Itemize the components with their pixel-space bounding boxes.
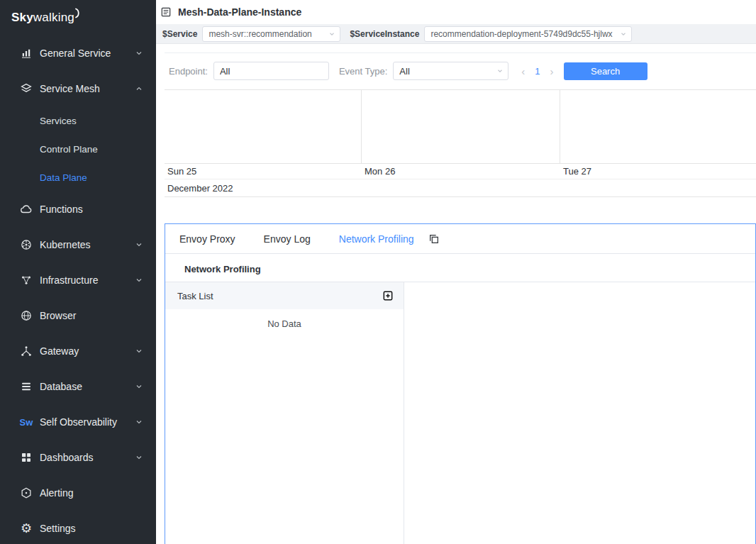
tab-envoy-proxy[interactable]: Envoy Proxy bbox=[165, 224, 250, 253]
service-instance-select[interactable]: recommendation-deployment-5749d9dc55-hjl… bbox=[424, 26, 632, 42]
sidebar-item-service-mesh[interactable]: Service Mesh bbox=[0, 71, 156, 106]
chevron-down-icon bbox=[135, 453, 143, 462]
sidebar-item-general-service[interactable]: General Service bbox=[0, 35, 156, 71]
sidebar-item-self-observability[interactable]: Sw Self Observability bbox=[0, 404, 156, 440]
sidebar-item-label: Infrastructure bbox=[40, 274, 135, 286]
list-bars-icon bbox=[20, 380, 33, 393]
endpoint-label: Endpoint: bbox=[169, 66, 208, 77]
day-label: Mon 26 bbox=[362, 166, 560, 177]
kubernetes-wheel-icon bbox=[20, 238, 33, 251]
sub-item-label: Services bbox=[40, 116, 77, 126]
sidebar-item-label: Alerting bbox=[40, 487, 143, 499]
no-data-message: No Data bbox=[165, 318, 404, 329]
sidebar-item-services[interactable]: Services bbox=[0, 106, 156, 135]
sidebar-item-data-plane[interactable]: Data Plane bbox=[0, 163, 156, 191]
sidebar-item-label: Settings bbox=[40, 523, 143, 534]
events-widget: Endpoint: Event Type: All ‹ 1 › Search bbox=[165, 52, 756, 197]
pagination: ‹ 1 › bbox=[521, 65, 553, 77]
sidebar-item-label: Self Observability bbox=[40, 416, 135, 428]
section-title: Network Profiling bbox=[165, 254, 755, 282]
endpoint-input[interactable] bbox=[213, 62, 329, 80]
day-label: Sun 25 bbox=[165, 166, 362, 177]
sidebar-item-label: Service Mesh bbox=[40, 83, 135, 94]
sidebar-item-label: Browser bbox=[40, 310, 143, 321]
timeline-month-label: December 2022 bbox=[165, 179, 756, 197]
sidebar-item-alerting[interactable]: Alerting bbox=[0, 475, 156, 511]
instance-select-value: recommendation-deployment-5749d9dc55-hjl… bbox=[430, 29, 612, 39]
sidebar-nav: General Service Service Mesh Services Co… bbox=[0, 35, 156, 544]
tab-envoy-log[interactable]: Envoy Log bbox=[250, 224, 325, 253]
chevron-down-icon bbox=[135, 347, 143, 355]
chevron-up-icon bbox=[135, 84, 143, 93]
sidebar-item-functions[interactable]: Functions bbox=[0, 191, 156, 227]
sidebar-item-browser[interactable]: Browser bbox=[0, 298, 156, 333]
timeline-day-labels: Sun 25 Mon 26 Tue 27 bbox=[165, 164, 756, 179]
next-page-icon[interactable]: › bbox=[550, 65, 554, 77]
page-number[interactable]: 1 bbox=[535, 66, 540, 77]
sidebar-item-label: General Service bbox=[40, 48, 135, 59]
timeline-grid bbox=[165, 89, 756, 164]
filter-bar: $Service mesh-svr::recommendation $Servi… bbox=[156, 24, 756, 44]
logo-text-secondary: walking bbox=[33, 11, 74, 25]
app-logo[interactable]: Skywalking bbox=[0, 0, 156, 35]
sidebar-item-label: Functions bbox=[40, 204, 143, 215]
logo-swoosh-icon bbox=[75, 8, 82, 22]
hexagon-icon bbox=[20, 487, 33, 499]
tab-bar: Envoy Proxy Envoy Log Network Profiling bbox=[165, 224, 755, 254]
chevron-down-icon bbox=[135, 382, 143, 391]
event-type-label: Event Type: bbox=[339, 66, 387, 77]
timeline-day-cell[interactable] bbox=[165, 90, 362, 163]
globe-icon bbox=[20, 309, 33, 322]
copy-icon[interactable] bbox=[428, 233, 440, 245]
tab-network-profiling[interactable]: Network Profiling bbox=[325, 224, 428, 253]
gateway-icon bbox=[20, 345, 33, 357]
chevron-down-icon bbox=[135, 276, 143, 284]
service-select-value: mesh-svr::recommendation bbox=[209, 29, 311, 39]
task-list-header: Task List bbox=[165, 282, 404, 309]
sidebar-item-dashboards[interactable]: Dashboards bbox=[0, 440, 156, 475]
cloud-icon bbox=[20, 203, 33, 216]
sidebar-item-label: Database bbox=[40, 381, 135, 392]
bar-chart-icon bbox=[20, 47, 33, 60]
sidebar-item-infrastructure[interactable]: Infrastructure bbox=[0, 262, 156, 298]
logo-text-primary: Sky bbox=[11, 11, 33, 25]
service-select[interactable]: mesh-svr::recommendation bbox=[202, 26, 340, 42]
service-filter-label: $Service bbox=[162, 29, 197, 39]
gear-icon: ⚙ bbox=[20, 522, 33, 535]
chevron-down-icon bbox=[328, 30, 335, 38]
instance-filter-label: $ServiceInstance bbox=[350, 29, 419, 39]
profiling-split: Task List No Data bbox=[165, 282, 755, 544]
sidebar-item-label: Dashboards bbox=[40, 452, 135, 463]
timeline-day-cell[interactable] bbox=[362, 90, 560, 163]
timeline-day-cell[interactable] bbox=[560, 90, 756, 163]
nodes-icon bbox=[20, 274, 33, 287]
sidebar: Skywalking General Service Service Mesh bbox=[0, 0, 156, 544]
instance-detail-card: Envoy Proxy Envoy Log Network Profiling … bbox=[165, 223, 756, 544]
sidebar-item-kubernetes[interactable]: Kubernetes bbox=[0, 227, 156, 262]
event-type-select[interactable]: All bbox=[393, 62, 508, 80]
events-toolbar: Endpoint: Event Type: All ‹ 1 › Search bbox=[169, 62, 756, 80]
sub-item-label: Control Plane bbox=[40, 144, 98, 155]
page-header: Mesh-Data-Plane-Instance bbox=[156, 0, 756, 24]
search-button[interactable]: Search bbox=[564, 62, 647, 80]
sidebar-item-control-plane[interactable]: Control Plane bbox=[0, 135, 156, 163]
main-content: Mesh-Data-Plane-Instance $Service mesh-s… bbox=[156, 0, 756, 544]
page-title: Mesh-Data-Plane-Instance bbox=[178, 6, 301, 18]
task-list-title: Task List bbox=[177, 291, 213, 301]
sidebar-item-gateway[interactable]: Gateway bbox=[0, 333, 156, 369]
layers-icon bbox=[20, 82, 33, 95]
event-type-select-value: All bbox=[399, 66, 409, 77]
sidebar-item-settings[interactable]: ⚙ Settings bbox=[0, 511, 156, 544]
add-task-button[interactable] bbox=[381, 289, 395, 303]
profiling-detail-panel bbox=[404, 282, 755, 544]
chevron-down-icon bbox=[135, 240, 143, 249]
prev-page-icon[interactable]: ‹ bbox=[521, 65, 525, 77]
grid-icon bbox=[20, 451, 33, 464]
sidebar-item-database[interactable]: Database bbox=[0, 369, 156, 404]
task-list-panel: Task List No Data bbox=[165, 282, 404, 544]
sub-item-label: Data Plane bbox=[40, 172, 87, 183]
event-timeline: Sun 25 Mon 26 Tue 27 December 2022 bbox=[165, 89, 756, 197]
day-label: Tue 27 bbox=[560, 166, 756, 177]
chevron-down-icon bbox=[620, 30, 627, 38]
sw-logo-icon: Sw bbox=[20, 416, 33, 428]
